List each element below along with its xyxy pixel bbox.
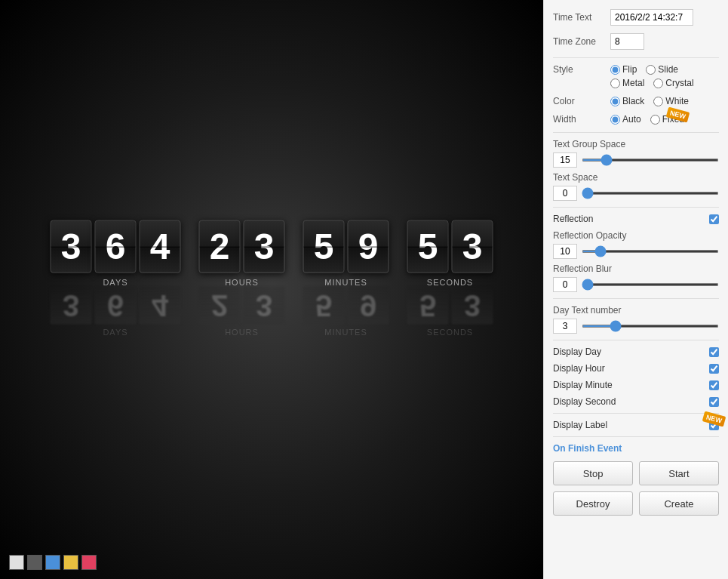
text-space-row <box>553 186 719 201</box>
time-label-seconds: SECONDS <box>427 277 473 286</box>
color-black-option[interactable]: Black <box>610 96 644 106</box>
style-flip-option[interactable]: Flip <box>610 64 637 75</box>
swatch-red[interactable] <box>81 555 97 570</box>
style-radio-group: Flip Slide Metal Crystal <box>610 64 694 88</box>
swatch-yellow[interactable] <box>63 555 78 570</box>
color-swatches <box>9 555 97 570</box>
text-group-space-label: Text Group Space <box>553 139 719 149</box>
width-fixed-radio[interactable] <box>650 115 660 125</box>
width-auto-option[interactable]: Auto <box>610 114 641 125</box>
reflection-days: 3 6 4 <box>51 286 181 324</box>
flip-card-reflection: 3 <box>452 286 493 324</box>
time-group-minutes: 5 9 MINUTES 5 9 MINUTES <box>303 220 389 336</box>
width-auto-radio[interactable] <box>610 115 620 125</box>
reflection-blur-slider[interactable] <box>582 283 719 286</box>
divider <box>553 57 719 58</box>
flip-cards-hours: 2 3 <box>199 220 285 273</box>
style-slide-radio[interactable] <box>646 65 656 75</box>
width-label: Width <box>553 114 606 125</box>
swatch-gray[interactable] <box>27 555 42 570</box>
reflection-checkbox[interactable] <box>709 214 719 224</box>
display-second-checkbox[interactable] <box>709 397 719 407</box>
width-fixed-wrap: Fixed NEW <box>650 114 684 125</box>
width-radio-group: Auto Fixed NEW <box>610 114 719 125</box>
flip-card-reflection: 9 <box>348 286 389 324</box>
display-day-checkbox[interactable] <box>709 347 719 357</box>
text-space-input[interactable] <box>553 186 577 201</box>
color-black-radio[interactable] <box>610 97 620 106</box>
style-crystal-radio[interactable] <box>653 79 663 88</box>
reflection-label-minutes: MINUTES <box>324 327 367 336</box>
start-button[interactable]: Start <box>639 461 719 485</box>
width-auto-label: Auto <box>622 114 641 125</box>
flip-card-reflection: 4 <box>140 286 181 324</box>
reflection-blur-row <box>553 277 719 292</box>
color-label: Color <box>553 96 606 106</box>
right-panel: Time Text Time Zone Style Flip Slide <box>543 0 728 579</box>
reflection-seconds: 5 3 <box>407 286 493 324</box>
style-metal-radio[interactable] <box>610 79 620 88</box>
display-label-row: Display Label NEW <box>553 420 719 430</box>
color-white-radio[interactable] <box>653 97 663 106</box>
flip-card-reflection: 2 <box>199 286 241 324</box>
time-label-hours: HOURS <box>225 277 259 286</box>
text-group-space-input[interactable] <box>553 152 577 168</box>
time-group-hours: 2 3 HOURS 2 3 HOURS <box>199 220 285 336</box>
style-label: Style <box>553 64 606 75</box>
color-radio-group: Black White <box>610 96 689 106</box>
display-hour-row: Display Hour <box>553 363 719 374</box>
style-radio-row-2: Metal Crystal <box>610 78 694 88</box>
new-badge-display-label: NEW <box>702 411 726 427</box>
style-flip-label: Flip <box>622 64 637 75</box>
display-minute-row: Display Minute <box>553 380 719 390</box>
reflection-label-days: DAYS <box>103 327 127 336</box>
day-text-number-input[interactable] <box>553 319 577 334</box>
style-metal-option[interactable]: Metal <box>610 78 644 88</box>
style-crystal-label: Crystal <box>665 78 693 88</box>
reflection-opacity-input[interactable] <box>553 244 577 259</box>
divider <box>553 132 719 133</box>
text-space-slider[interactable] <box>582 192 719 195</box>
reflection-label-seconds: SECONDS <box>427 327 473 336</box>
reflection-opacity-slider[interactable] <box>582 250 719 253</box>
time-label-minutes: MINUTES <box>324 277 367 286</box>
day-text-number-slider[interactable] <box>582 325 719 328</box>
text-group-space-row <box>553 152 719 168</box>
color-white-label: White <box>665 96 689 106</box>
flip-card: 5 <box>303 220 345 273</box>
flip-card-reflection: 5 <box>303 286 345 324</box>
stop-button[interactable]: Stop <box>553 461 633 485</box>
style-slide-option[interactable]: Slide <box>646 64 678 75</box>
display-second-row: Display Second <box>553 396 719 407</box>
divider <box>553 413 719 414</box>
flip-card: 3 <box>51 220 92 273</box>
style-crystal-option[interactable]: Crystal <box>653 78 693 88</box>
time-text-row: Time Text <box>553 9 719 26</box>
time-text-input[interactable] <box>610 9 693 26</box>
divider <box>553 340 719 340</box>
display-label-label: Display Label <box>553 420 703 430</box>
destroy-button[interactable]: Destroy <box>553 491 633 516</box>
time-group-days: 3 6 4 DAYS 3 6 4 DAYS <box>51 220 181 336</box>
time-label-days: DAYS <box>103 277 127 286</box>
swatch-white[interactable] <box>9 555 24 570</box>
create-button[interactable]: Create <box>639 491 719 516</box>
flip-card-reflection: 6 <box>95 286 137 324</box>
divider <box>553 298 719 299</box>
flip-cards-seconds: 5 3 <box>407 220 493 273</box>
reflection-blur-input[interactable] <box>553 277 577 292</box>
reflection-label: Reflection <box>553 214 703 224</box>
stop-start-row: Stop Start <box>553 461 719 485</box>
style-flip-radio[interactable] <box>610 65 620 75</box>
display-hour-checkbox[interactable] <box>709 364 719 374</box>
swatch-blue[interactable] <box>45 555 60 570</box>
color-white-option[interactable]: White <box>653 96 689 106</box>
text-group-space-slider[interactable] <box>582 159 719 162</box>
time-group-seconds: 5 3 SECONDS 5 3 SECONDS <box>407 220 493 336</box>
day-text-number-row <box>553 319 719 334</box>
display-second-label: Display Second <box>553 396 703 407</box>
time-zone-input[interactable] <box>610 33 644 50</box>
flip-card: 5 <box>407 220 449 273</box>
display-minute-checkbox[interactable] <box>709 380 719 390</box>
display-minute-label: Display Minute <box>553 380 703 390</box>
